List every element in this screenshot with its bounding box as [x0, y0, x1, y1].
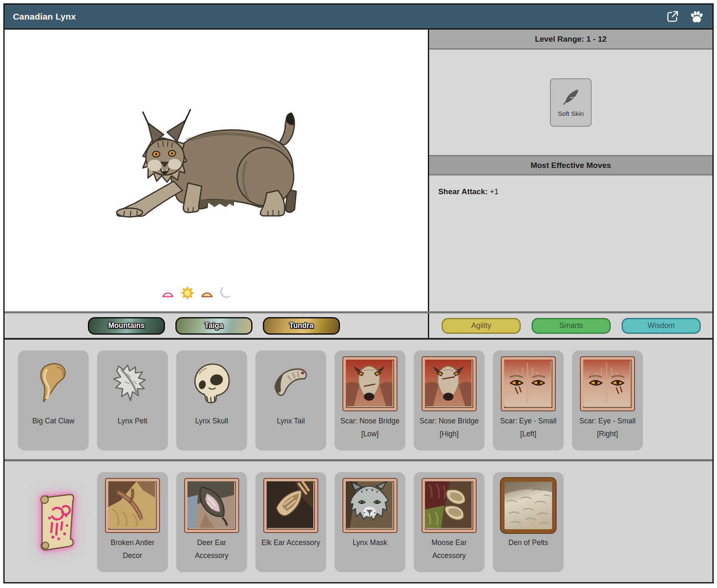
move-value: +1: [490, 187, 499, 196]
scar-eye-small-right-icon: [581, 357, 634, 410]
info-panel: Level Range: 1 - 12 Soft Skin Most Effec…: [429, 30, 712, 311]
scar-nose-bridge-high-icon: [422, 357, 476, 410]
lynx-pelt-icon: [108, 356, 157, 411]
ability-label: Soft Skin: [558, 110, 584, 118]
stat-list: Agility Smarts Wisdom: [429, 313, 712, 338]
scar-eye-small-left-icon: [502, 357, 555, 410]
move-name: Shear Attack:: [438, 187, 488, 196]
lynx-skull-icon: [187, 356, 236, 411]
sun-icon: [181, 286, 194, 301]
moves-list: Shear Attack: +1: [429, 175, 712, 311]
elk-ear-accessory-icon: [264, 479, 317, 532]
drop-card-scar-eye-small-left[interactable]: Scar: Eye - Small [Left]: [493, 350, 564, 450]
moves-header: Most Effective Moves: [429, 155, 712, 175]
main-content: Level Range: 1 - 12 Soft Skin Most Effec…: [5, 30, 712, 311]
feather-icon: [561, 87, 581, 107]
drop-card-lynx-skull[interactable]: Lynx Skull: [176, 350, 247, 450]
custom-label: Elk Ear Accessory: [259, 536, 322, 549]
page-title: Canadian Lynx: [13, 12, 76, 22]
ability-soft-skin[interactable]: Soft Skin: [550, 78, 592, 127]
deer-ear-accessory-icon: [185, 479, 238, 532]
broken-antler-decor-icon: [106, 479, 159, 532]
biome-list: Mountains Taiga Tundra: [5, 313, 429, 338]
drop-label: Scar: Eye - Small [Left]: [497, 415, 560, 440]
custom-card-broken-antler-decor[interactable]: Broken Antler Decor: [97, 472, 168, 572]
customization-section: Broken Antler Decor Deer: [5, 461, 712, 582]
drop-card-scar-nose-bridge-low[interactable]: Scar: Nose Bridge [Low]: [335, 350, 405, 450]
moon-icon: [220, 287, 231, 301]
custom-card-elk-ear-accessory[interactable]: Elk Ear Accessory: [255, 472, 326, 572]
scar-nose-bridge-low-icon: [343, 357, 397, 410]
drop-label: Scar: Nose Bridge [High]: [417, 415, 481, 440]
open-in-new-window-icon[interactable]: [666, 10, 679, 23]
stat-button-smarts[interactable]: Smarts: [532, 318, 611, 334]
environment-row: Mountains Taiga Tundra Agility Smarts Wi…: [5, 311, 712, 340]
dawn-icon: [161, 288, 175, 300]
custom-card-deer-ear-accessory[interactable]: Deer Ear Accessory: [176, 472, 247, 572]
custom-label: Moose Ear Accessory: [417, 536, 481, 562]
custom-label: Den of Pelts: [497, 536, 560, 549]
drop-label: Lynx Pelt: [101, 415, 164, 428]
canadian-lynx-illustration: [100, 100, 312, 223]
drop-card-lynx-pelt[interactable]: Lynx Pelt: [97, 350, 168, 450]
dusk-icon: [200, 288, 214, 300]
lynx-mask-icon: [343, 479, 397, 532]
drop-label: Big Cat Claw: [22, 415, 85, 428]
canadian-lynx-window: Canadian Lynx: [3, 3, 714, 583]
stat-button-wisdom[interactable]: Wisdom: [622, 318, 701, 334]
drop-label: Scar: Eye - Small [Right]: [576, 415, 639, 440]
den-of-pelts-icon: [501, 478, 556, 533]
moose-ear-accessory-icon: [422, 479, 476, 532]
biome-button-tundra[interactable]: Tundra: [263, 317, 340, 335]
drop-card-scar-nose-bridge-high[interactable]: Scar: Nose Bridge [High]: [414, 350, 485, 450]
drop-label: Scar: Nose Bridge [Low]: [338, 415, 402, 440]
custom-card-moose-ear-accessory[interactable]: Moose Ear Accessory: [414, 472, 485, 572]
custom-label: Broken Antler Decor: [101, 536, 164, 562]
glowing-scroll-icon: [28, 490, 79, 554]
custom-card-den-of-pelts[interactable]: Den of Pelts: [493, 472, 564, 572]
species-illustration-panel: [5, 30, 429, 311]
lynx-tail-icon: [266, 356, 315, 411]
biome-button-taiga[interactable]: Taiga: [175, 317, 252, 335]
drop-label: Lynx Tail: [259, 415, 322, 428]
biome-button-mountains[interactable]: Mountains: [88, 317, 165, 335]
ability-zone: Soft Skin: [429, 50, 712, 155]
drops-section: Big Cat Claw Lynx Pelt: [5, 340, 712, 459]
level-range-header: Level Range: 1 - 12: [429, 30, 712, 50]
recipe-scroll[interactable]: [18, 472, 89, 572]
custom-label: Deer Ear Accessory: [180, 536, 243, 562]
stat-button-agility[interactable]: Agility: [442, 318, 521, 334]
big-cat-claw-icon: [29, 356, 78, 411]
drop-card-big-cat-claw[interactable]: Big Cat Claw: [18, 350, 89, 450]
title-bar: Canadian Lynx: [5, 5, 712, 30]
paw-icon[interactable]: [689, 10, 704, 24]
custom-label: Lynx Mask: [338, 536, 402, 549]
drop-card-scar-eye-small-right[interactable]: Scar: Eye - Small [Right]: [572, 350, 643, 450]
drop-label: Lynx Skull: [180, 415, 243, 428]
custom-card-lynx-mask[interactable]: Lynx Mask: [335, 472, 405, 572]
time-of-day-row: [161, 286, 231, 301]
drop-card-lynx-tail[interactable]: Lynx Tail: [255, 350, 326, 450]
